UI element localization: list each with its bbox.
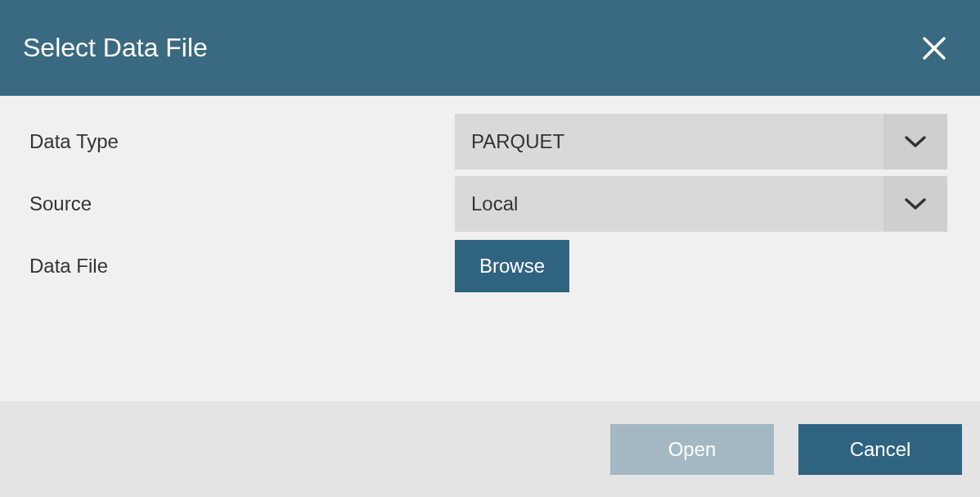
- label-data-type: Data Type: [29, 130, 455, 153]
- label-source: Source: [29, 192, 455, 215]
- select-data-type-toggle[interactable]: [883, 114, 947, 169]
- row-data-type: Data Type PARQUET: [29, 114, 947, 169]
- select-data-type[interactable]: PARQUET: [455, 114, 947, 169]
- label-data-file: Data File: [29, 255, 455, 278]
- close-button[interactable]: [918, 32, 951, 65]
- cancel-button[interactable]: Cancel: [798, 424, 962, 475]
- dialog-footer: Open Cancel: [0, 401, 980, 497]
- row-data-file: Data File Browse: [29, 238, 947, 294]
- chevron-down-icon: [904, 197, 927, 211]
- select-source[interactable]: Local: [455, 176, 947, 232]
- open-button[interactable]: Open: [610, 424, 774, 475]
- dialog-header: Select Data File: [0, 0, 980, 96]
- browse-button[interactable]: Browse: [455, 240, 569, 292]
- dialog-title: Select Data File: [23, 33, 208, 63]
- chevron-down-icon: [904, 134, 927, 149]
- close-icon: [922, 36, 946, 61]
- dialog-content: Data Type PARQUET Source Local: [0, 96, 980, 317]
- select-source-value: Local: [455, 176, 883, 232]
- select-source-toggle[interactable]: [883, 176, 947, 232]
- row-source: Source Local: [29, 176, 947, 232]
- select-data-type-value: PARQUET: [455, 114, 883, 169]
